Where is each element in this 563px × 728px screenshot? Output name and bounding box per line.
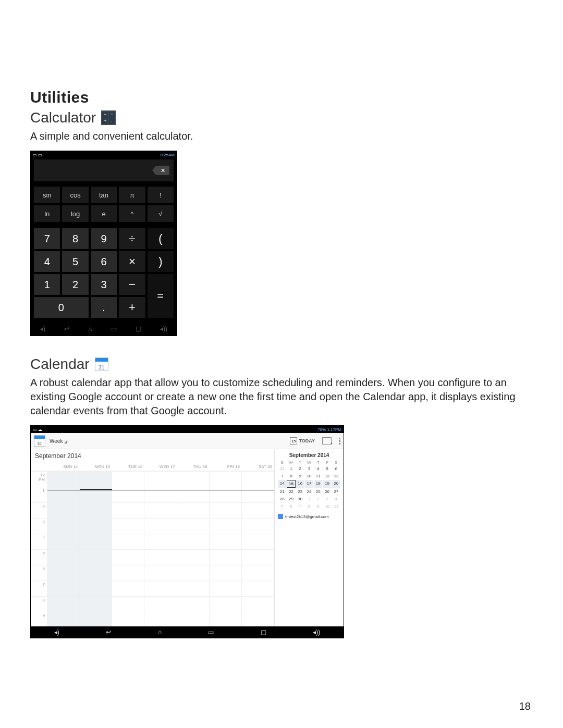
key-3[interactable]: 3 (91, 274, 117, 295)
calendar-cell[interactable] (177, 581, 210, 596)
calendar-cell[interactable] (47, 596, 80, 612)
calendar-cell[interactable] (177, 534, 210, 549)
sci-key-cos[interactable]: cos (62, 187, 88, 203)
mini-day[interactable]: 10 (323, 503, 331, 510)
calendar-cell[interactable] (210, 581, 242, 596)
mini-day[interactable]: 5 (323, 465, 331, 472)
calendar-header-icon[interactable]: 31 (34, 435, 45, 447)
calendar-cell[interactable] (177, 565, 210, 581)
calendar-cell[interactable] (112, 565, 144, 581)
sci-key-√[interactable]: √ (148, 205, 174, 222)
calendar-cell[interactable] (112, 471, 144, 487)
key-4[interactable]: 4 (34, 251, 60, 272)
sci-key-ln[interactable]: ln (34, 205, 60, 222)
calendar-cell[interactable] (47, 581, 80, 596)
key-multiply[interactable]: × (119, 251, 145, 272)
calendar-cell[interactable] (144, 565, 177, 581)
calendar-cell[interactable] (177, 612, 210, 626)
backspace-button[interactable]: ✕ (156, 166, 169, 175)
recents-icon[interactable]: ▭ (111, 325, 117, 332)
calendar-cell[interactable] (210, 565, 242, 581)
volume-up-icon[interactable]: ◂)) (160, 325, 167, 332)
calendar-cell[interactable] (242, 549, 274, 565)
calendar-cell[interactable] (112, 596, 144, 612)
calendar-cell[interactable] (47, 565, 80, 581)
mini-day[interactable]: 15 (287, 480, 295, 488)
new-event-button[interactable] (322, 437, 332, 445)
calendar-cell[interactable] (47, 549, 80, 565)
mini-day[interactable]: 18 (314, 480, 322, 488)
mini-day[interactable]: 8 (305, 503, 313, 510)
mini-day[interactable]: 30 (296, 496, 304, 502)
mini-day[interactable]: 26 (323, 488, 331, 495)
today-button[interactable]: 15 TODAY (290, 437, 315, 445)
calendar-cell[interactable] (242, 612, 274, 626)
mini-day[interactable]: 28 (278, 496, 286, 502)
key-dot[interactable]: . (91, 297, 117, 318)
mini-day[interactable]: 13 (332, 473, 340, 479)
calendar-cell[interactable] (80, 518, 112, 534)
mini-day[interactable]: 25 (314, 488, 322, 495)
calendar-cell[interactable] (112, 502, 144, 518)
key-add[interactable]: + (119, 297, 145, 318)
sci-key-tan[interactable]: tan (91, 187, 117, 203)
key-1[interactable]: 1 (34, 274, 60, 295)
mini-day[interactable]: 10 (305, 473, 313, 479)
calendar-cell[interactable] (47, 612, 80, 626)
mini-day[interactable]: 5 (278, 503, 286, 510)
calendar-cell[interactable] (144, 534, 177, 549)
calendar-cell[interactable] (210, 471, 242, 487)
calendar-cell[interactable] (47, 534, 80, 549)
calendar-cell[interactable] (210, 502, 242, 518)
mini-day[interactable]: 4 (314, 465, 322, 472)
mini-day[interactable]: 1 (287, 465, 295, 472)
calendar-cell[interactable] (210, 518, 242, 534)
view-selector[interactable]: Week ◢ (50, 438, 67, 444)
home-icon[interactable]: ⌂ (88, 325, 92, 332)
mini-day[interactable]: 23 (296, 488, 304, 495)
mini-day[interactable]: 22 (287, 488, 295, 495)
home-icon[interactable]: ⌂ (158, 628, 162, 636)
calendar-cell[interactable] (80, 502, 112, 518)
calendar-cell[interactable] (210, 487, 242, 502)
sci-key-![interactable]: ! (148, 187, 174, 203)
mini-day[interactable]: 9 (296, 473, 304, 479)
calendar-cell[interactable] (80, 596, 112, 612)
sci-key-log[interactable]: log (62, 205, 88, 222)
recents-icon[interactable]: ▭ (208, 628, 214, 636)
mini-day[interactable]: 1 (305, 496, 313, 502)
calendar-cell[interactable] (177, 502, 210, 518)
calendar-cell[interactable] (47, 487, 80, 502)
calendar-cell[interactable] (112, 487, 144, 502)
mini-day[interactable]: 11 (314, 473, 322, 479)
mini-day[interactable]: 6 (332, 465, 340, 472)
calendar-cell[interactable] (242, 596, 274, 612)
calendar-cell[interactable] (177, 518, 210, 534)
calendar-cell[interactable] (112, 612, 144, 626)
key-left-paren[interactable]: ( (148, 228, 174, 249)
calendar-cell[interactable] (112, 534, 144, 549)
calendar-cell[interactable] (80, 471, 112, 487)
sci-key-e[interactable]: e (91, 205, 117, 222)
calendar-cell[interactable] (144, 471, 177, 487)
calendar-cell[interactable] (144, 596, 177, 612)
calendar-cell[interactable] (47, 471, 80, 487)
back-icon[interactable]: ↩ (106, 628, 111, 636)
calendar-cell[interactable] (144, 518, 177, 534)
key-9[interactable]: 9 (91, 228, 117, 249)
calendar-cell[interactable] (80, 565, 112, 581)
calendar-cell[interactable] (242, 471, 274, 487)
calendar-cell[interactable] (144, 581, 177, 596)
calendar-cell[interactable] (112, 518, 144, 534)
mini-day[interactable]: 31 (278, 465, 286, 472)
mini-day[interactable]: 24 (305, 488, 313, 495)
calendar-cell[interactable] (210, 612, 242, 626)
calendar-cell[interactable] (210, 549, 242, 565)
calendar-cell[interactable] (242, 565, 274, 581)
mini-day[interactable]: 12 (323, 473, 331, 479)
calendar-cell[interactable] (242, 487, 274, 502)
key-5[interactable]: 5 (62, 251, 88, 272)
mini-day[interactable]: 3 (305, 465, 313, 472)
calendar-cell[interactable] (242, 518, 274, 534)
key-equals[interactable]: = (148, 274, 174, 318)
